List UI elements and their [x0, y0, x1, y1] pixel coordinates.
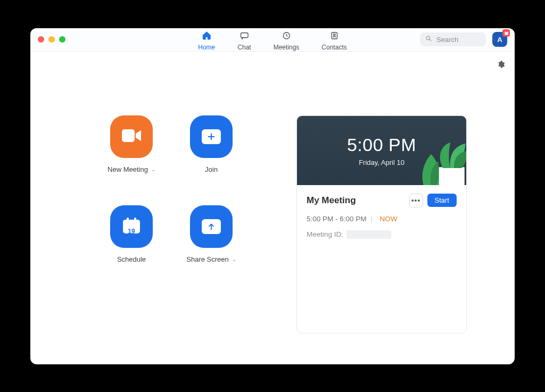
- search-input[interactable]: Search: [420, 32, 486, 46]
- calendar-icon: 19: [122, 216, 141, 237]
- calendar-notification-badge: [502, 29, 510, 37]
- current-time: 5:00 PM: [347, 135, 416, 155]
- meeting-title: My Meeting: [307, 195, 356, 206]
- clock-hero: 5:00 PM Friday, April 10: [297, 116, 466, 185]
- calendar-day-number: 19: [122, 228, 141, 235]
- svg-rect-0: [241, 32, 248, 37]
- fullscreen-window-button[interactable]: [59, 36, 65, 43]
- join-button[interactable]: [190, 115, 233, 158]
- tile-label: New Meeting: [108, 165, 148, 173]
- action-tiles: New Meeting ⌄ Join: [94, 115, 249, 263]
- new-meeting-button[interactable]: [110, 115, 153, 158]
- minimize-window-button[interactable]: [48, 36, 55, 43]
- meeting-id-row: Meeting ID:: [307, 230, 457, 239]
- tab-label: Chat: [237, 44, 251, 51]
- tab-meetings[interactable]: Meetings: [274, 29, 300, 51]
- video-icon: [121, 128, 142, 145]
- app-window: Home Chat Meetings Contacts: [30, 28, 515, 364]
- contacts-icon: [329, 31, 339, 42]
- meeting-id-label: Meeting ID:: [307, 230, 343, 238]
- top-nav: Home Chat Meetings Contacts: [198, 28, 346, 51]
- share-screen-label-row[interactable]: Share Screen ⌄: [186, 255, 236, 263]
- avatar-initial: A: [497, 36, 502, 44]
- new-meeting-label-row[interactable]: New Meeting ⌄: [108, 165, 155, 173]
- window-controls: [38, 36, 65, 43]
- titlebar: Home Chat Meetings Contacts: [30, 28, 515, 52]
- svg-rect-5: [505, 32, 508, 35]
- svg-rect-6: [122, 129, 135, 142]
- chevron-down-icon: ⌄: [151, 166, 155, 172]
- meeting-id-value-redacted: [346, 230, 391, 239]
- tab-home[interactable]: Home: [198, 29, 215, 51]
- tile-label: Schedule: [117, 255, 146, 263]
- tab-label: Home: [198, 44, 215, 51]
- chat-icon: [240, 31, 249, 42]
- svg-rect-12: [134, 218, 136, 221]
- search-icon: [425, 35, 432, 44]
- new-meeting-tile: New Meeting ⌄: [94, 115, 169, 173]
- profile-avatar[interactable]: A: [492, 32, 507, 47]
- tab-label: Contacts: [321, 44, 346, 51]
- close-window-button[interactable]: [38, 36, 44, 43]
- meeting-now-badge: NOW: [380, 215, 398, 223]
- titlebar-right: Search A: [420, 32, 507, 47]
- search-placeholder: Search: [436, 36, 458, 44]
- schedule-button[interactable]: 19: [110, 205, 153, 248]
- settings-button[interactable]: [497, 60, 505, 71]
- share-screen-tile: Share Screen ⌄: [174, 205, 249, 263]
- share-screen-button[interactable]: [190, 205, 233, 248]
- current-date: Friday, April 10: [359, 159, 404, 166]
- separator: |: [370, 215, 373, 223]
- svg-point-4: [426, 36, 430, 40]
- gear-icon: [497, 61, 505, 70]
- chevron-down-icon: ⌄: [232, 256, 236, 262]
- svg-rect-13: [439, 167, 465, 185]
- svg-rect-8: [123, 220, 140, 224]
- upcoming-meeting: My Meeting ••• Start 5:00 PM - 6:00 PM |…: [297, 185, 466, 247]
- content-area: New Meeting ⌄ Join: [30, 52, 515, 364]
- meeting-time-range: 5:00 PM - 6:00 PM: [307, 215, 367, 223]
- svg-point-3: [333, 34, 335, 36]
- schedule-tile: 19 Schedule: [94, 205, 169, 263]
- meeting-more-button[interactable]: •••: [409, 194, 423, 207]
- tile-label: Join: [205, 165, 218, 173]
- clock-icon: [282, 31, 291, 42]
- share-arrow-icon: [202, 219, 221, 234]
- svg-rect-11: [127, 218, 129, 221]
- tab-label: Meetings: [274, 44, 300, 51]
- tile-label: Share Screen: [186, 255, 229, 263]
- plus-icon: [202, 129, 221, 144]
- tab-chat[interactable]: Chat: [237, 29, 251, 51]
- meetings-panel: 5:00 PM Friday, April 10 My Meeting ••• …: [296, 115, 467, 333]
- plant-pot-decoration-icon: [432, 143, 467, 185]
- home-icon: [202, 31, 211, 42]
- meeting-start-button[interactable]: Start: [427, 194, 457, 207]
- meeting-time-row: 5:00 PM - 6:00 PM | NOW: [307, 215, 457, 223]
- join-tile: Join: [174, 115, 249, 173]
- tab-contacts[interactable]: Contacts: [321, 29, 346, 51]
- ellipsis-icon: •••: [411, 196, 421, 205]
